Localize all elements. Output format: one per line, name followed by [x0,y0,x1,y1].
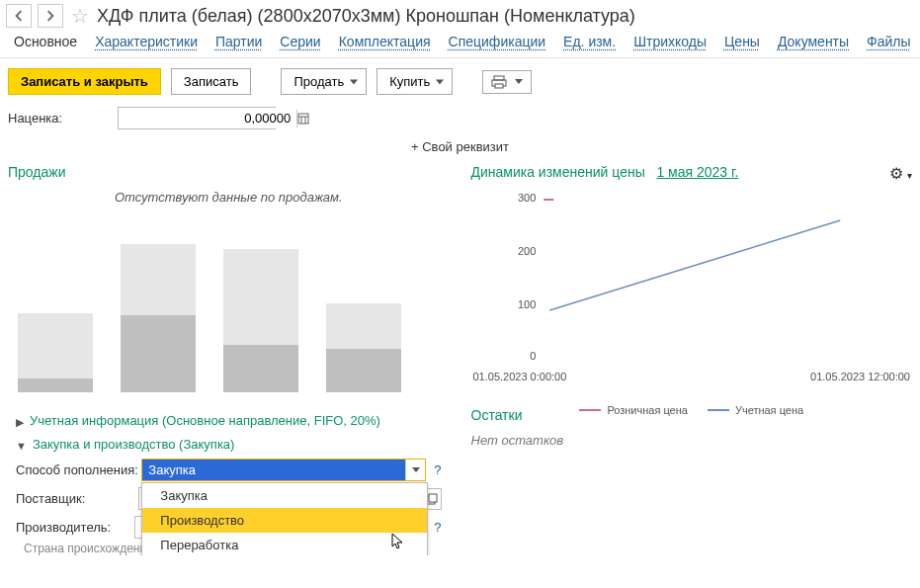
stock-empty-text: Нет остатков [471,433,913,448]
tab-documents[interactable]: Документы [778,34,849,49]
markup-input-wrap [118,107,276,129]
price-chart-title: Динамика изменений цены [471,164,645,180]
chevron-down-icon: ▼ [16,440,27,452]
printer-icon [491,75,507,89]
supplier-label: Поставщик: [16,491,138,506]
tab-main[interactable]: Основное [14,34,77,49]
favorite-star-icon[interactable]: ☆ [71,4,89,28]
svg-rect-0 [494,76,504,80]
legend-account: Учетная цена [735,404,803,416]
tab-batches[interactable]: Партии [215,34,262,49]
replenish-dropdown-list: Закупка Производство Переработка [141,482,428,555]
legend-retail: Розничная цена [607,404,688,416]
tab-series[interactable]: Серии [280,34,320,49]
replenish-combo[interactable] [141,459,426,481]
replenish-input[interactable] [142,460,405,480]
nav-forward-button[interactable] [38,4,63,28]
replenish-help[interactable]: ? [434,462,441,477]
svg-text:0: 0 [530,350,536,362]
arrow-right-icon [44,10,56,22]
manufacturer-help[interactable]: ? [434,520,441,535]
sales-empty-text: Отсутствуют данные по продажам. [8,190,450,205]
svg-text:200: 200 [517,245,535,257]
replenish-option-purchase[interactable]: Закупка [142,483,427,508]
svg-rect-3 [298,114,308,124]
svg-rect-2 [495,84,503,88]
replenish-dropdown-button[interactable] [405,460,425,480]
tabs-bar: Основное Характеристики Партии Серии Ком… [0,34,920,58]
price-line-chart: 300 200 100 0 01.05.2023 0:00:00 01.05.2… [471,190,913,397]
price-chart-date-link[interactable]: 1 мая 2023 г. [656,164,738,180]
add-custom-field-link[interactable]: Свой реквизит [0,133,920,160]
markup-label: Наценка: [8,111,62,126]
legend-retail-swatch [579,409,601,411]
page-title: ХДФ плита (белая) (2800х2070х3мм) Кронош… [97,6,635,27]
nav-back-button[interactable] [6,4,32,28]
chart-settings-button[interactable]: ⚙ ▾ [889,164,912,183]
svg-text:100: 100 [517,298,535,310]
replenish-option-processing[interactable]: Переработка [142,533,427,555]
tab-files[interactable]: Файлы [867,34,910,49]
sales-title: Продажи [8,164,450,180]
svg-rect-14 [429,494,437,502]
tab-spec[interactable]: Спецификации [449,34,546,49]
print-button[interactable] [482,70,532,94]
section-accounting[interactable]: ▶ Учетная информация (Основное направлен… [16,409,442,433]
sell-button[interactable]: Продать [281,68,367,95]
tab-barcodes[interactable]: Штрихкоды [633,34,707,49]
calculator-icon[interactable] [296,110,309,127]
chevron-right-icon: ▶ [16,416,24,429]
replenish-label: Способ пополнения: [16,462,141,477]
svg-line-12 [549,220,840,310]
arrow-left-icon [13,10,25,22]
x-label-start: 01.05.2023 0:00:00 [473,371,567,382]
tab-kit[interactable]: Комплектация [339,34,431,49]
save-close-button[interactable]: Записать и закрыть [8,68,161,95]
svg-text:300: 300 [517,192,535,204]
buy-button[interactable]: Купить [376,68,453,95]
tab-characteristics[interactable]: Характеристики [95,34,198,49]
sales-bar-chart [8,214,450,392]
tab-units[interactable]: Ед. изм. [563,34,616,49]
section-purchase[interactable]: ▼ Закупка и производство (Закупка) [16,433,442,456]
save-button[interactable]: Записать [171,68,252,95]
x-label-end: 01.05.2023 12:00:00 [810,371,910,382]
manufacturer-label: Производитель: [16,520,134,535]
legend-account-swatch [708,409,729,411]
markup-input[interactable] [119,108,296,128]
tab-prices[interactable]: Цены [724,34,760,49]
replenish-option-production[interactable]: Производство [142,508,427,533]
